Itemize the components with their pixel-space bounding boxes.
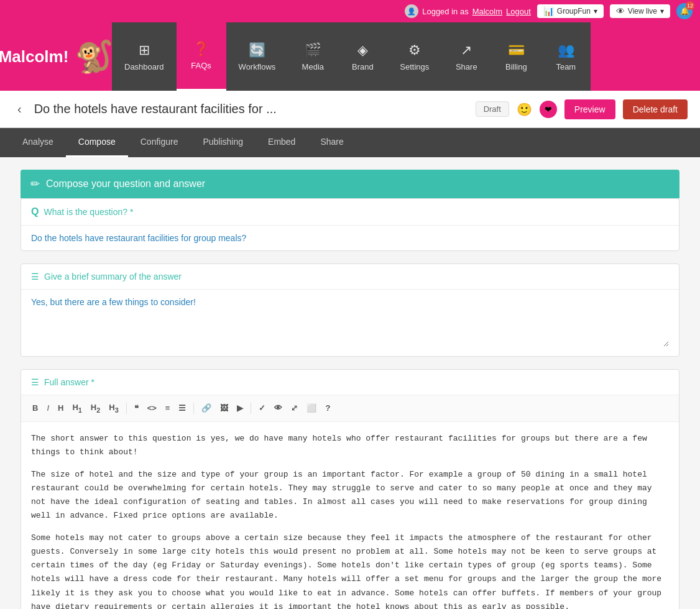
top-bar: 👤 Logged in as Malcolm Logout 📊 GroupFun…	[0, 0, 700, 22]
view-live-btn[interactable]: 👁 View live ▾	[610, 4, 670, 18]
preview-toggle-btn[interactable]: 👁	[270, 401, 286, 415]
avatar: 👤	[405, 4, 418, 18]
notification-btn[interactable]: 🔔 12	[676, 3, 693, 19]
question-section-header: Q What is the question? *	[21, 199, 679, 226]
full-answer-section: ☰ Full answer * B I H H1 H2 H3 ❝ <> ≡ ☰ …	[21, 369, 679, 609]
h2-btn[interactable]: H2	[87, 400, 104, 416]
tab-compose[interactable]: Compose	[66, 128, 128, 157]
nav-settings-label: Settings	[400, 62, 429, 71]
link-btn[interactable]: 🔗	[198, 401, 215, 415]
logo-monkey: 🐒	[75, 39, 113, 75]
user-info: 👤 Logged in as Malcolm Logout	[405, 4, 531, 18]
emoji-btn[interactable]: 🙂	[517, 102, 532, 117]
delete-draft-button[interactable]: Delete draft	[623, 99, 688, 119]
tab-configure[interactable]: Configure	[128, 128, 191, 157]
nav-media[interactable]: 🎬 Media	[288, 22, 338, 91]
settings-icon: ⚙	[408, 42, 421, 58]
video-btn[interactable]: ▶	[233, 401, 247, 415]
reaction-btn[interactable]: ❤	[540, 101, 557, 118]
summary-label: Give a brief summary of the answer	[44, 272, 182, 282]
toolbar-sep-2	[193, 403, 194, 414]
table-btn[interactable]: ⬜	[303, 401, 320, 415]
group-icon: 📊	[543, 6, 554, 16]
pencil-icon: ✏	[30, 177, 40, 191]
nav-settings[interactable]: ⚙ Settings	[387, 22, 441, 91]
toolbar-sep-1	[126, 403, 127, 414]
notification-badge: 12	[686, 1, 694, 10]
help-btn[interactable]: ?	[321, 401, 334, 415]
nav-brand[interactable]: ◈ Brand	[338, 22, 387, 91]
question-input[interactable]	[31, 233, 669, 243]
nav-workflows-label: Workflows	[239, 62, 276, 71]
quote-btn[interactable]: ❝	[131, 401, 142, 415]
fullscreen-btn[interactable]: ⤢	[287, 401, 302, 415]
question-label: What is the question? *	[44, 207, 133, 217]
section-header: ✏ Compose your question and answer	[21, 170, 679, 198]
group-btn[interactable]: 📊 GroupFun ▾	[537, 4, 604, 18]
summary-section: ☰ Give a brief summary of the answer Yes…	[21, 263, 679, 357]
tab-analyse[interactable]: Analyse	[10, 128, 66, 157]
sub-tabs: Analyse Compose Configure Publishing Emb…	[0, 128, 700, 157]
nav-bar: ⊞ Dashboard ❓ FAQs 🔄 Workflows 🎬 Media ◈…	[112, 22, 700, 91]
h1-btn[interactable]: H1	[68, 400, 85, 416]
page-title-bar: ‹ Do the hotels have restaurant faciliti…	[0, 91, 700, 128]
nav-share-label: Share	[456, 62, 477, 71]
nav-workflows[interactable]: 🔄 Workflows	[226, 22, 288, 91]
full-answer-icon: ☰	[31, 377, 39, 387]
nav-team[interactable]: 👥 Team	[541, 22, 591, 91]
summary-icon: ☰	[31, 272, 39, 282]
question-section-body	[21, 226, 679, 250]
nav-dashboard[interactable]: ⊞ Dashboard	[112, 22, 177, 91]
q-icon: Q	[31, 206, 39, 218]
code-btn[interactable]: <>	[144, 401, 160, 415]
heading-btn[interactable]: H	[54, 401, 67, 415]
editor-para-1: The short answer to this question is yes…	[31, 432, 669, 459]
h3-btn[interactable]: H3	[105, 400, 122, 416]
nav-billing-label: Billing	[505, 62, 527, 71]
username-link[interactable]: Malcolm	[472, 7, 502, 16]
check-btn[interactable]: ✓	[255, 401, 269, 415]
page-title: Do the hotels have restaurant facilities…	[34, 102, 468, 116]
nav-billing[interactable]: 💳 Billing	[491, 22, 541, 91]
nav-dashboard-label: Dashboard	[124, 62, 164, 71]
nav-media-label: Media	[302, 62, 324, 71]
logout-btn[interactable]: Logout	[506, 7, 531, 16]
full-answer-header: ☰ Full answer *	[21, 370, 679, 395]
image-btn[interactable]: 🖼	[216, 401, 232, 415]
bold-btn[interactable]: B	[29, 401, 42, 415]
ordered-list-btn[interactable]: ≡	[162, 401, 174, 415]
editor-body[interactable]: The short answer to this question is yes…	[21, 422, 679, 609]
question-section: Q What is the question? *	[21, 198, 679, 251]
media-icon: 🎬	[305, 42, 321, 58]
summary-section-body: Yes, but there are a few things to consi…	[21, 290, 679, 356]
full-answer-label: Full answer *	[44, 377, 94, 387]
editor-para-2: The size of hotel and the size and type …	[31, 468, 669, 523]
tab-embed[interactable]: Embed	[256, 128, 308, 157]
tab-publishing[interactable]: Publishing	[190, 128, 256, 157]
draft-badge: Draft	[476, 101, 509, 117]
back-button[interactable]: ‹	[12, 99, 27, 119]
workflows-icon: 🔄	[249, 42, 265, 58]
faqs-icon: ❓	[193, 41, 210, 57]
dashboard-icon: ⊞	[139, 42, 150, 58]
nav-faqs[interactable]: ❓ FAQs	[177, 22, 226, 91]
billing-icon: 💳	[508, 42, 525, 58]
nav-share[interactable]: ↗ Share	[441, 22, 491, 91]
editor-para-3: Some hotels may not cater to groups abov…	[31, 531, 669, 609]
italic-btn[interactable]: I	[43, 401, 53, 415]
tab-share[interactable]: Share	[308, 128, 356, 157]
nav-brand-label: Brand	[352, 62, 374, 71]
toolbar-sep-3	[251, 403, 251, 414]
nav-faqs-label: FAQs	[191, 61, 211, 70]
header: Malcolm! 🐒 ⊞ Dashboard ❓ FAQs 🔄 Workflow…	[0, 22, 700, 91]
preview-button[interactable]: Preview	[564, 99, 615, 119]
eye-icon: 👁	[616, 6, 625, 16]
team-icon: 👥	[558, 42, 574, 58]
dropdown-icon-2: ▾	[660, 7, 664, 16]
brand-icon: ◈	[357, 42, 368, 58]
section-header-label: Compose your question and answer	[46, 178, 205, 190]
unordered-list-btn[interactable]: ☰	[175, 401, 190, 415]
group-label: GroupFun	[557, 7, 591, 16]
view-live-label: View live	[628, 7, 657, 16]
summary-textarea[interactable]: Yes, but there are a few things to consi…	[31, 297, 669, 347]
